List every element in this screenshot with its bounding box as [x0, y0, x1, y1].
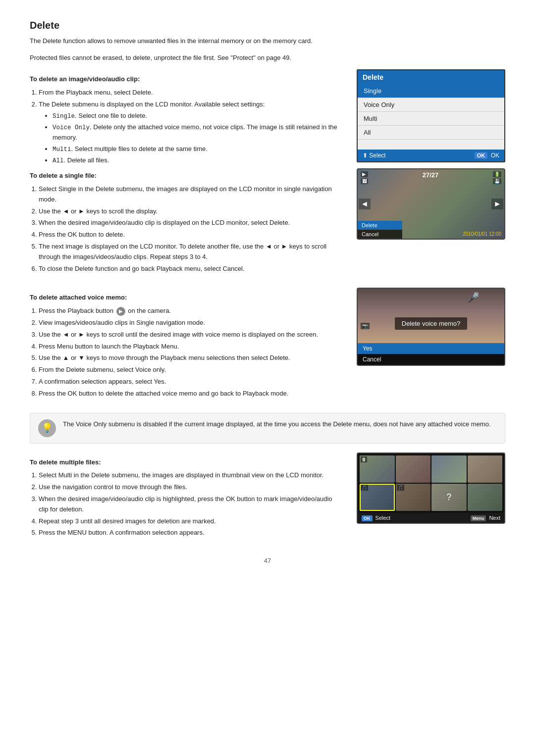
camera-lcd-image: ▶ 🖼 27/27 🔋 💾 ◄ ► Delete [358, 169, 504, 239]
multi-step-4: Repeat step 3 until all desired images f… [39, 516, 342, 527]
menu-item-single: Single [358, 84, 504, 98]
playback-icon: ▶ [361, 171, 368, 177]
lcd-menu-delete: Delete [358, 221, 402, 230]
single-step-3: When the desired image/video/audio clip … [39, 218, 342, 228]
voice-menu-cancel: Cancel [358, 354, 504, 365]
steps-delete-multiple: Select Multi in the Delete submenu, the … [30, 470, 342, 538]
thumb-5: 🎵 [360, 484, 395, 511]
voice-overlay: Delete voice memo? [358, 289, 504, 343]
thumb-next-label: Menu Next [471, 515, 500, 521]
ok-badge-icon: OK [362, 515, 373, 521]
thumb-footer: OK Select Menu Next [358, 513, 504, 523]
thumb-5-icon: 🎵 [361, 485, 368, 491]
intro-line-2: Protected files cannot be erased, to del… [30, 53, 505, 63]
sub-bullets: Single. Select one file to delete. Voice… [44, 111, 342, 166]
footer-select-label: ⬆ Select [363, 152, 386, 159]
left-col-delete-image: To delete an image/video/audio clip: Fro… [30, 69, 342, 278]
thumb-8 [468, 484, 503, 511]
voice-menu-bottom: Yes Cancel [358, 343, 504, 365]
right-col-delete-image: Delete Single Voice Only Multi All ⬆ Sel… [357, 69, 505, 278]
single-step-4: Press the OK button to delete. [39, 230, 342, 240]
voice-step-1: Press the Playback button ▶ on the camer… [39, 306, 342, 316]
voice-lcd-image: 🎤 📷 Delete voice memo? [358, 289, 504, 343]
left-col-delete-multiple: To delete multiple files: Select Multi i… [30, 453, 342, 543]
delete-menu-title: Delete [358, 70, 504, 84]
lcd-top-bar: ▶ 🖼 27/27 🔋 💾 [358, 169, 504, 186]
thumb-7-icon: ? [446, 492, 451, 503]
lcd-left-arrow: ◄ [359, 199, 371, 209]
voice-step-3: Use the ◄ or ► keys to scroll until the … [39, 330, 342, 340]
steps-delete-image: From the Playback menu, select Delete. T… [30, 88, 342, 166]
right-col-delete-voice: 🎤 📷 Delete voice memo? Yes Cancel [357, 288, 505, 403]
note-text: The Voice Only submenu is disabled if th… [63, 419, 491, 437]
voice-step-2: View images/videos/audio clips in Single… [39, 318, 342, 328]
note-box: 💡 The Voice Only submenu is disabled if … [30, 413, 505, 444]
bullet-multi: Multi. Select multiple files to delete a… [53, 144, 342, 154]
multi-step-3: When the desired image/video/audio clip … [39, 494, 342, 515]
multi-step-2: Use the navigation control to move throu… [39, 482, 342, 493]
section-delete-voice: To delete attached voice memo: Press the… [30, 288, 505, 403]
thumb-grid-lcd: 🗑 🎵 🎵 ? [357, 453, 505, 524]
page-container: Delete The Delete function allows to rem… [30, 20, 505, 564]
voice-step-6: From the Delete submenu, select Voice on… [39, 365, 342, 375]
thumb-3 [431, 455, 467, 483]
delete-menu-footer: ⬆ Select OK OK [358, 150, 504, 161]
menu-item-multi: Multi [358, 112, 504, 126]
voice-step-5: Use the ▲ or ▼ keys to move through the … [39, 353, 342, 363]
sd-icon: 💾 [493, 178, 501, 184]
voice-step-7: A confirmation selection appears, select… [39, 377, 342, 387]
thumb-4 [468, 455, 503, 483]
heading-delete-image: To delete an image/video/audio clip: [30, 74, 342, 85]
menu-item-all: All [358, 126, 504, 140]
thumb-grid: 🗑 🎵 🎵 ? [358, 454, 504, 513]
voice-menu-yes: Yes [358, 343, 504, 354]
steps-delete-single: Select Single in the Delete submenu, the… [30, 184, 342, 274]
battery-icon: 🔋 [493, 171, 501, 177]
page-number: 47 [30, 557, 505, 564]
lcd-menu-cancel: Cancel [358, 230, 402, 239]
camera-lcd-screenshot: ▶ 🖼 27/27 🔋 💾 ◄ ► Delete [357, 168, 505, 240]
heading-delete-single: To delete a single file: [30, 171, 342, 181]
intro-line-1: The Delete function allows to remove unw… [30, 36, 505, 46]
heading-delete-voice: To delete attached voice memo: [30, 293, 342, 303]
delete-voice-prompt: Delete voice memo? [395, 317, 468, 330]
left-col-delete-voice: To delete attached voice memo: Press the… [30, 288, 342, 403]
thumb-1: 🗑 [360, 455, 395, 483]
section-delete-multiple: To delete multiple files: Select Multi i… [30, 453, 505, 543]
note-icon: 💡 [38, 419, 56, 437]
single-step-6: To close the Delete function and go back… [39, 264, 342, 274]
memory-icon: 🖼 [361, 178, 368, 184]
lcd-bottom-menu: Delete Cancel [358, 221, 402, 239]
thumb-2 [396, 455, 431, 483]
multi-step-5: Press the MENU button. A confirmation se… [39, 528, 342, 538]
thumb-6: 🎵 [396, 484, 431, 511]
right-col-delete-multiple: 🗑 🎵 🎵 ? [357, 453, 505, 543]
thumb-1-delete-icon: 🗑 [361, 456, 367, 462]
delete-menu-screenshot: Delete Single Voice Only Multi All ⬆ Sel… [357, 69, 505, 162]
lcd-right-arrow: ► [491, 199, 503, 209]
lcd-date: 2010/01/01 12:00 [463, 231, 501, 237]
menu-badge-icon: Menu [471, 515, 486, 521]
thumb-7: ? [431, 484, 467, 511]
bullet-voice-only: Voice Only. Delete only the attached voi… [53, 122, 342, 143]
steps-delete-voice: Press the Playback button ▶ on the camer… [30, 306, 342, 399]
select-label-text: Select [375, 515, 391, 521]
playback-btn-icon: ▶ [116, 307, 125, 316]
single-step-5: The next image is displayed on the LCD m… [39, 242, 342, 262]
lcd-counter: 27/27 [423, 171, 439, 184]
heading-delete-multiple: To delete multiple files: [30, 457, 342, 468]
lcd-icons-right: 🔋 💾 [493, 171, 501, 184]
voice-step-8: Press the OK button to delete the attach… [39, 389, 342, 399]
next-label-text: Next [489, 515, 500, 521]
thumb-6-icon: 🎵 [397, 485, 404, 491]
menu-item-voice-only: Voice Only [358, 98, 504, 112]
voice-lcd-screenshot: 🎤 📷 Delete voice memo? Yes Cancel [357, 288, 505, 366]
bullet-all: All. Delete all files. [53, 155, 342, 166]
multi-step-1: Select Multi in the Delete submenu, the … [39, 470, 342, 481]
page-title: Delete [30, 20, 505, 31]
bullet-single: Single. Select one file to delete. [53, 111, 342, 121]
step-2: The Delete submenu is displayed on the L… [39, 100, 342, 166]
step-1: From the Playback menu, select Delete. [39, 88, 342, 98]
voice-step-4: Press Menu button to launch the Playback… [39, 342, 342, 352]
single-step-2: Use the ◄ or ► keys to scroll the displa… [39, 206, 342, 217]
